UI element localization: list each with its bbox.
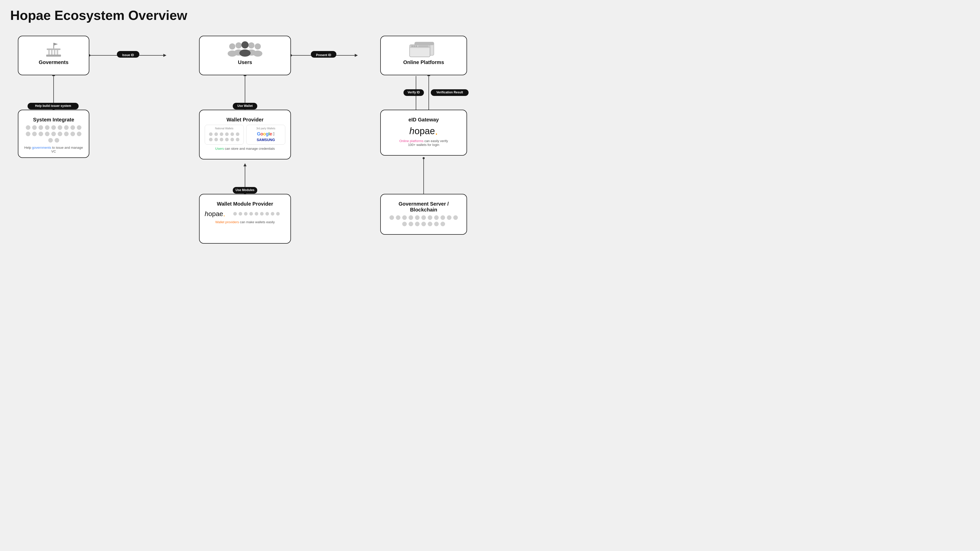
gov-server-title: Government Server / Blockchain — [386, 201, 461, 213]
wallet-provider-title: Wallet Provider — [205, 117, 285, 123]
svg-marker-1 — [163, 54, 166, 57]
eid-gateway-box: eID Gateway hopae. Online platforms can … — [380, 110, 467, 156]
online-platforms-box: Online Platforms — [380, 36, 467, 75]
svg-marker-37 — [54, 43, 58, 45]
svg-rect-3 — [117, 51, 139, 58]
svg-text:Verify ID: Verify ID — [407, 91, 420, 94]
svg-rect-16 — [27, 103, 79, 110]
svg-text:Verification Result: Verification Result — [436, 91, 463, 94]
gov-server-dots — [386, 213, 461, 228]
svg-point-48 — [248, 42, 255, 48]
national-wallets-label: National Wallets — [207, 127, 242, 130]
svg-rect-11 — [233, 103, 257, 110]
third-party-wallets-section: 3rd party Wallets Google  SAMSUNG — [246, 125, 285, 144]
diagram: Issue ID Present ID Use Wallet Help buil… — [10, 30, 480, 270]
svg-marker-19 — [243, 163, 247, 166]
svg-point-33 — [423, 157, 425, 159]
hopae-logo-wallet-module: hopae. — [205, 210, 225, 218]
svg-text:Use Wallet: Use Wallet — [237, 104, 253, 108]
users-title: Users — [205, 59, 285, 65]
svg-rect-43 — [46, 55, 61, 57]
svg-text:Help build issuer system: Help build issuer system — [35, 104, 71, 108]
wallet-logos: Google  SAMSUNG — [248, 131, 283, 142]
wallet-provider-box: Wallet Provider National Wallets 3rd par… — [199, 110, 291, 159]
governments-box: Goverments — [18, 36, 89, 75]
eid-gateway-title: eID Gateway — [386, 117, 461, 123]
svg-rect-39 — [48, 50, 50, 55]
svg-rect-25 — [404, 89, 424, 96]
national-wallets-section: National Wallets — [205, 125, 244, 144]
hopae-logo-eid: hopae. — [386, 126, 461, 137]
google-logo: Google — [257, 131, 272, 137]
svg-rect-38 — [47, 48, 60, 50]
svg-point-44 — [229, 43, 235, 49]
svg-point-60 — [415, 45, 417, 47]
page-title: Hopae Ecosystem Overview — [10, 8, 480, 23]
system-integrate-dots — [24, 123, 84, 144]
apple-logo:  — [273, 131, 275, 137]
wallet-inner: National Wallets 3rd party Wallets Googl… — [205, 125, 285, 144]
users-box: Users — [199, 36, 291, 75]
svg-rect-29 — [431, 89, 469, 96]
svg-text:Use Modules: Use Modules — [235, 188, 255, 192]
svg-text:Present ID: Present ID — [316, 53, 331, 57]
users-icon — [224, 41, 266, 57]
svg-rect-21 — [233, 187, 257, 194]
svg-rect-41 — [54, 50, 56, 55]
system-integrate-box: System Integrate Help governments to iss… — [18, 110, 89, 158]
svg-rect-61 — [418, 45, 428, 47]
gov-server-box: Government Server / Blockchain — [380, 194, 467, 235]
svg-point-50 — [255, 43, 261, 49]
svg-point-59 — [414, 45, 415, 47]
online-platforms-icon — [407, 41, 440, 57]
eid-gateway-subtitle: Online platforms can easily verify100+ w… — [386, 139, 461, 147]
svg-point-52 — [242, 41, 248, 48]
third-party-label: 3rd party Wallets — [248, 127, 283, 130]
svg-rect-42 — [57, 50, 58, 55]
svg-rect-36 — [53, 43, 54, 48]
svg-marker-6 — [355, 54, 358, 57]
svg-rect-40 — [51, 50, 52, 55]
government-icon — [45, 41, 62, 57]
system-integrate-title: System Integrate — [24, 117, 84, 123]
svg-point-46 — [235, 42, 242, 48]
svg-point-51 — [253, 51, 262, 57]
samsung-logo: SAMSUNG — [257, 138, 275, 142]
svg-text:Issue ID: Issue ID — [122, 53, 134, 57]
wallet-module-title: Wallet Module Provider — [205, 201, 285, 207]
online-platforms-title: Online Platforms — [386, 59, 461, 65]
system-integrate-subtitle: Help governments to issue and manage VC — [24, 146, 84, 153]
svg-rect-7 — [311, 51, 336, 58]
governments-title: Goverments — [24, 59, 84, 65]
wallet-module-subtitle: Wallet providers can make wallets easily — [205, 220, 285, 224]
svg-point-53 — [239, 49, 251, 57]
svg-point-58 — [411, 45, 413, 47]
wallet-module-box: Wallet Module Provider hopae. Wallet pro… — [199, 194, 291, 244]
wallet-provider-subtitle: Users can store and manage credentials — [205, 147, 285, 151]
